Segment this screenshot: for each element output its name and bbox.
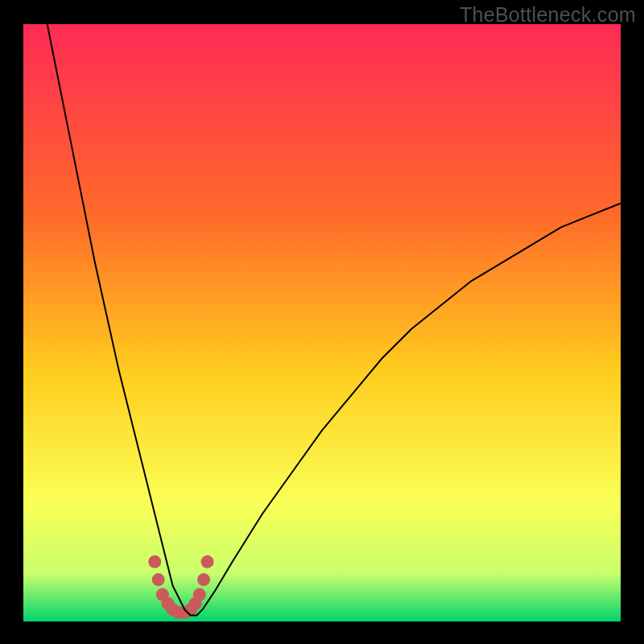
highlight-marker bbox=[197, 573, 210, 586]
bottleneck-chart bbox=[0, 0, 644, 644]
highlight-marker bbox=[193, 588, 206, 601]
chart-frame: TheBottleneck.com bbox=[0, 0, 644, 644]
highlight-marker bbox=[201, 555, 214, 568]
highlight-marker bbox=[148, 555, 161, 568]
plot-background-gradient bbox=[23, 24, 621, 621]
highlight-marker bbox=[152, 573, 165, 586]
watermark-text: TheBottleneck.com bbox=[460, 3, 636, 27]
